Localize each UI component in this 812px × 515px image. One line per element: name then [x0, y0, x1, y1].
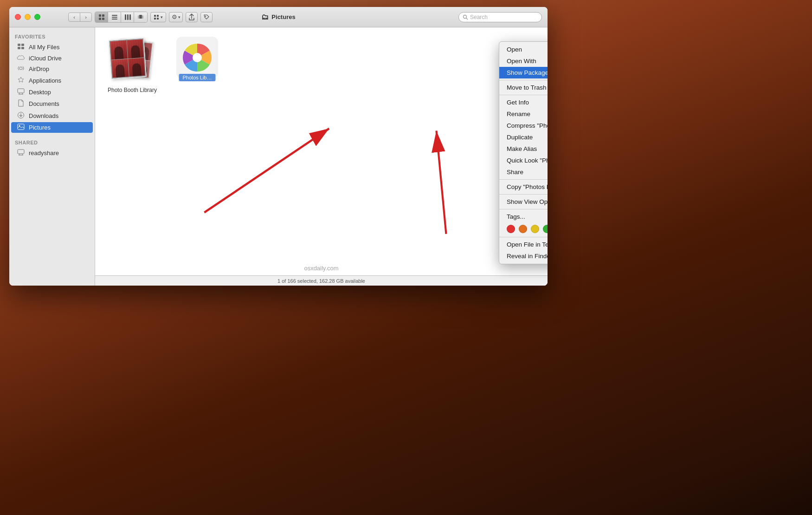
menu-separator-6 [499, 237, 548, 237]
menu-open[interactable]: Open [499, 44, 548, 55]
window-body: Favorites All My Files iCloud Drive AirD… [9, 27, 548, 286]
menu-rename[interactable]: Rename [499, 108, 548, 120]
svg-point-17 [205, 15, 206, 16]
sidebar-item-pictures[interactable]: Pictures [11, 122, 93, 133]
photo-booth-label: Photo Booth Library [108, 87, 157, 93]
svg-line-41 [204, 129, 329, 213]
column-view-button[interactable] [121, 12, 134, 22]
sidebar-item-readyshare[interactable]: readyshare [11, 148, 93, 158]
main-content: Photo Booth Library [95, 27, 548, 286]
search-icon [463, 14, 468, 20]
photo-booth-library-item[interactable]: Photo Booth Library [104, 37, 160, 93]
menu-reveal-finder[interactable]: Reveal in Finder [499, 250, 548, 262]
menu-open-with[interactable]: Open With ▶ [499, 55, 548, 67]
selected-badge: Photos Lib… [179, 74, 216, 81]
sidebar-item-downloads[interactable]: Downloads [11, 110, 93, 122]
sidebar-item-airdrop[interactable]: AirDrop [11, 64, 93, 74]
close-button[interactable] [15, 14, 21, 20]
svg-rect-5 [112, 17, 117, 18]
pictures-icon [17, 124, 25, 131]
svg-rect-15 [154, 18, 156, 20]
sidebar-item-desktop[interactable]: Desktop [11, 87, 93, 98]
share-button[interactable] [186, 12, 198, 22]
green-tag[interactable] [543, 225, 548, 233]
menu-separator-3 [499, 179, 548, 180]
menu-open-textwrangler[interactable]: Open File in TextWrangler [499, 239, 548, 250]
svg-rect-20 [18, 44, 20, 46]
svg-rect-1 [102, 14, 104, 17]
maximize-button[interactable] [34, 14, 40, 20]
svg-rect-23 [21, 47, 24, 49]
file-grid: Photo Booth Library [95, 27, 548, 103]
svg-rect-7 [125, 14, 126, 20]
coverflow-view-button[interactable] [134, 12, 147, 22]
tag-button[interactable] [200, 12, 213, 22]
documents-icon [17, 99, 25, 108]
svg-rect-8 [127, 14, 129, 20]
tag-colors [499, 222, 548, 235]
minimize-button[interactable] [25, 14, 31, 20]
svg-rect-9 [129, 14, 131, 20]
menu-separator-5 [499, 209, 548, 209]
svg-line-19 [466, 18, 468, 20]
sidebar-item-all-my-files[interactable]: All My Files [11, 42, 93, 52]
photos-library-thumbnail [176, 37, 218, 78]
svg-rect-11 [138, 15, 140, 19]
action-button[interactable]: ⚙ ▾ [169, 12, 183, 22]
svg-rect-25 [18, 89, 24, 93]
svg-rect-16 [157, 18, 159, 20]
svg-rect-14 [157, 15, 159, 17]
photo-booth-thumbnail [109, 37, 155, 83]
favorites-header: Favorites [9, 32, 95, 41]
svg-rect-21 [21, 44, 24, 46]
all-my-files-icon [17, 43, 25, 51]
svg-point-24 [19, 67, 22, 70]
window-title: 🗂 Pictures [261, 13, 295, 21]
readyshare-icon [17, 149, 25, 157]
list-view-button[interactable] [108, 12, 121, 22]
icon-view-button[interactable] [95, 12, 108, 22]
menu-separator-1 [499, 80, 548, 80]
folder-icon: 🗂 [261, 13, 269, 21]
orange-tag[interactable] [519, 225, 527, 233]
desktop-icon [17, 88, 25, 96]
context-menu: Open Open With ▶ Show Package Contents M… [499, 41, 548, 264]
view-buttons [95, 12, 148, 23]
menu-share[interactable]: Share ▶ [499, 166, 548, 178]
sidebar: Favorites All My Files iCloud Drive AirD… [9, 27, 95, 286]
sidebar-item-applications[interactable]: Applications [11, 75, 93, 86]
menu-duplicate[interactable]: Duplicate [499, 131, 548, 143]
menu-get-info[interactable]: Get Info [499, 97, 548, 108]
menu-show-package-contents[interactable]: Show Package Contents [499, 67, 548, 78]
menu-make-alias[interactable]: Make Alias [499, 143, 548, 155]
back-button[interactable]: ‹ [68, 13, 80, 22]
photos-library-item[interactable]: Photos Lib… [169, 37, 225, 89]
sidebar-item-icloud-drive[interactable]: iCloud Drive [11, 53, 93, 63]
menu-compress[interactable]: Compress "Photos Library.photoslibrary" [499, 120, 548, 131]
red-tag[interactable] [507, 225, 515, 233]
svg-rect-12 [142, 15, 143, 19]
svg-rect-2 [99, 18, 101, 20]
search-box[interactable]: Search [458, 12, 542, 22]
menu-quick-look[interactable]: Quick Look "Photos Library.photoslibrary… [499, 155, 548, 166]
nav-buttons: ‹ › [68, 12, 213, 23]
svg-rect-0 [99, 14, 101, 17]
status-bar: 1 of 166 selected, 162.28 GB available [95, 275, 548, 286]
svg-rect-6 [112, 19, 117, 20]
svg-line-42 [436, 130, 446, 234]
title-bar: ‹ › [9, 7, 548, 27]
menu-view-options[interactable]: Show View Options [499, 196, 548, 208]
menu-tags[interactable]: Tags... [499, 211, 548, 222]
menu-separator-2 [499, 95, 548, 95]
svg-rect-4 [112, 15, 117, 16]
arrange-button[interactable]: ▾ [150, 12, 166, 22]
menu-move-trash[interactable]: Move to Trash [499, 82, 548, 93]
svg-rect-33 [18, 150, 24, 154]
yellow-tag[interactable] [531, 225, 539, 233]
menu-copy[interactable]: Copy "Photos Library.photoslibrary" [499, 181, 548, 193]
status-text: 1 of 166 selected, 162.28 GB available [277, 278, 365, 284]
svg-rect-3 [102, 18, 104, 20]
menu-separator-4 [499, 194, 548, 195]
forward-button[interactable]: › [80, 13, 92, 22]
sidebar-item-documents[interactable]: Documents [11, 98, 93, 110]
